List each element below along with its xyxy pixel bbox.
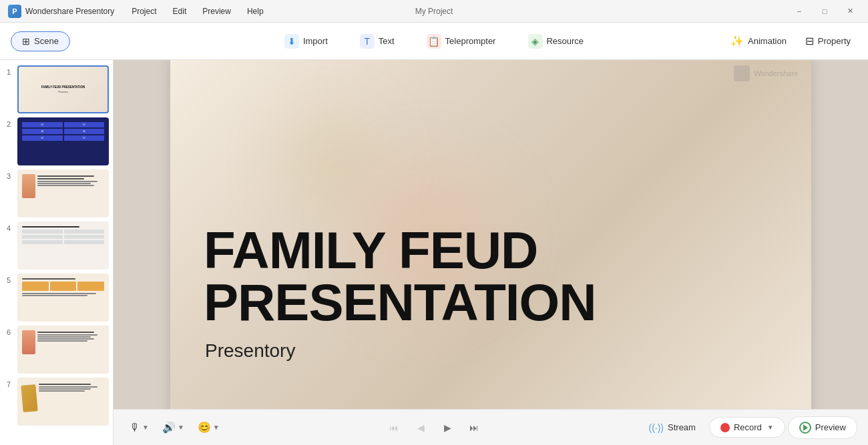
bottom-bar: 🎙 ▼ 🔊 ▼ 😊 ▼ ⏮ ◀ ▶ ⏭ ( — [114, 409, 868, 445]
stream-button[interactable]: ((·)) Stream — [638, 418, 706, 438]
toolbar: ⊞ Scene ⬇ Import T Text 📋 Teleprompter ◈… — [0, 23, 868, 60]
slide-number-2: 2 — [4, 120, 13, 128]
text-label: Text — [379, 36, 395, 46]
window-controls: − □ ✕ — [789, 5, 860, 18]
blob-2 — [264, 96, 397, 230]
record-caret: ▼ — [767, 424, 774, 431]
property-icon: ⊟ — [805, 35, 814, 47]
menu-bar: Project Edit Preview Help — [125, 4, 789, 19]
teleprompter-button[interactable]: 📋 Teleprompter — [421, 30, 501, 53]
slide-item-6[interactable]: 6 — [4, 326, 109, 374]
next-button[interactable]: ▶ — [437, 417, 458, 438]
slide-number-5: 5 — [4, 276, 13, 284]
mic-caret: ▼ — [142, 424, 149, 431]
mic-tool[interactable]: 🎙 ▼ — [124, 418, 154, 438]
slide-thumb-3 — [17, 169, 109, 217]
speaker-icon: 🔊 — [162, 421, 176, 434]
scene-button[interactable]: ⊞ Scene — [11, 31, 70, 51]
slide-item-4[interactable]: 4 — [4, 221, 109, 270]
resource-button[interactable]: ◈ Resource — [522, 30, 589, 53]
title-bar: P Wondershare Presentory Project Edit Pr… — [0, 0, 868, 23]
app-logo: P Wondershare Presentory — [8, 5, 114, 18]
slide-item-7[interactable]: 7 — [4, 378, 109, 426]
slide-number-7: 7 — [4, 380, 13, 388]
teleprompter-label: Teleprompter — [445, 36, 496, 46]
slide-number-3: 3 — [4, 172, 13, 180]
play-triangle — [803, 424, 808, 431]
menu-edit[interactable]: Edit — [166, 4, 194, 19]
import-label: Import — [303, 36, 328, 46]
teleprompter-icon: 📋 — [427, 34, 441, 49]
logo-icon: P — [8, 5, 21, 18]
face-caret: ▼ — [213, 424, 220, 431]
import-icon: ⬇ — [284, 34, 299, 49]
stream-icon: ((·)) — [648, 422, 664, 433]
project-title: My Project — [415, 7, 453, 16]
resource-label: Resource — [546, 36, 584, 46]
property-button[interactable]: ⊟ Property — [799, 31, 857, 51]
action-buttons: ((·)) Stream Record ▼ Preview — [638, 416, 857, 439]
record-button[interactable]: Record ▼ — [709, 417, 785, 438]
close-button[interactable]: ✕ — [840, 5, 860, 18]
slide-thumb-5 — [17, 274, 109, 322]
maximize-button[interactable]: □ — [815, 5, 835, 18]
preview-button[interactable]: Preview — [788, 416, 857, 439]
app-name: Wondershare Presentory — [25, 7, 114, 16]
canvas-area: Wondershare FAMILY FEUD PRESENTATION Pre… — [114, 60, 868, 445]
slide-thumb-1: FAMILY FEUD PRESENTATION Presentory — [17, 65, 109, 113]
slide-thumb-4 — [17, 221, 109, 270]
slide-thumb-7 — [17, 378, 109, 426]
import-button[interactable]: ⬇ Import — [279, 30, 333, 53]
speaker-caret: ▼ — [178, 424, 184, 431]
bottom-tools: 🎙 ▼ 🔊 ▼ 😊 ▼ — [124, 417, 225, 438]
main-content: 1 FAMILY FEUD PRESENTATION Presentory 2 … — [0, 60, 868, 445]
watermark: Wondershare — [734, 65, 798, 81]
slide-number-1: 1 — [4, 68, 13, 76]
prev-scene-button[interactable]: ⏮ — [383, 417, 405, 438]
scene-icon: ⊞ — [22, 36, 30, 47]
canvas-title[interactable]: FAMILY FEUD PRESENTATION — [204, 224, 811, 328]
speaker-tool[interactable]: 🔊 ▼ — [157, 417, 190, 438]
slide-item-1[interactable]: 1 FAMILY FEUD PRESENTATION Presentory — [4, 65, 109, 113]
menu-project[interactable]: Project — [125, 4, 163, 19]
animation-button[interactable]: ✨ Animation — [724, 31, 793, 51]
slide-number-6: 6 — [4, 328, 13, 336]
slide-thumb-6 — [17, 326, 109, 374]
canvas-subtitle[interactable]: Presentory — [205, 340, 295, 362]
slide-thumb-2: 00 00 0A 0A 00 00 — [17, 117, 109, 165]
scene-label: Scene — [34, 36, 59, 46]
face-icon: 😊 — [198, 421, 211, 434]
canvas-wrapper: Wondershare FAMILY FEUD PRESENTATION Pre… — [114, 60, 868, 409]
text-icon: T — [360, 34, 375, 49]
slide-item-5[interactable]: 5 — [4, 274, 109, 322]
record-icon — [720, 423, 730, 432]
property-label: Property — [818, 36, 851, 46]
text-button[interactable]: T Text — [355, 30, 400, 53]
watermark-logo — [734, 65, 750, 81]
stream-label: Stream — [668, 422, 696, 432]
nav-controls: ⏮ ◀ ▶ ⏭ — [383, 417, 485, 438]
toolbar-center: ⬇ Import T Text 📋 Teleprompter ◈ Resourc… — [279, 30, 589, 53]
minimize-button[interactable]: − — [789, 5, 809, 18]
menu-preview[interactable]: Preview — [196, 4, 238, 19]
slide-number-4: 4 — [4, 224, 13, 232]
resource-icon: ◈ — [527, 34, 542, 49]
mic-icon: 🎙 — [130, 422, 140, 434]
slide-canvas: Wondershare FAMILY FEUD PRESENTATION Pre… — [170, 60, 811, 409]
menu-help[interactable]: Help — [240, 4, 270, 19]
toolbar-right: ✨ Animation ⊟ Property — [724, 31, 857, 51]
preview-icon — [799, 422, 811, 434]
thumb-1-sub: Presentory — [41, 91, 85, 93]
slide-item-3[interactable]: 3 — [4, 169, 109, 217]
next-scene-button[interactable]: ⏭ — [463, 417, 485, 438]
thumb-1-title: FAMILY FEUD PRESENTATION — [41, 85, 85, 89]
slide-item-2[interactable]: 2 00 00 0A 0A 00 00 — [4, 117, 109, 165]
prev-button[interactable]: ◀ — [410, 417, 431, 438]
animation-icon: ✨ — [730, 35, 744, 47]
preview-label: Preview — [815, 422, 846, 432]
face-tool[interactable]: 😊 ▼ — [192, 417, 225, 438]
record-label: Record — [734, 422, 762, 432]
watermark-text: Wondershare — [754, 69, 798, 77]
animation-label: Animation — [748, 36, 787, 46]
slide-panel: 1 FAMILY FEUD PRESENTATION Presentory 2 … — [0, 60, 114, 445]
